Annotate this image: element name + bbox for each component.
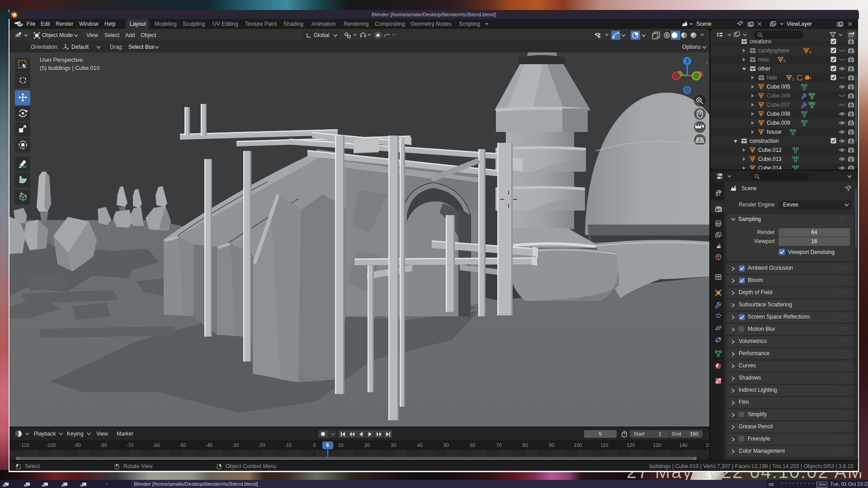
svg-text:Z: Z bbox=[686, 58, 689, 64]
